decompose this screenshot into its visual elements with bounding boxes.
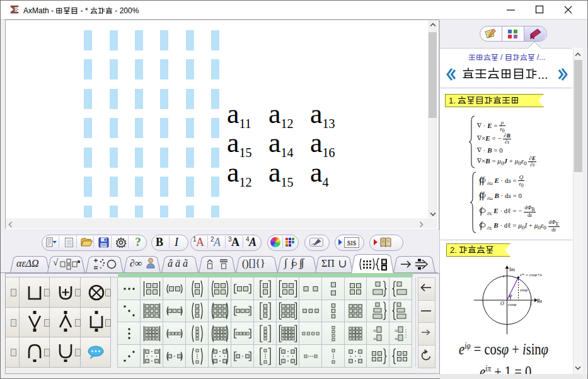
- svg-text:cosφ: cosφ: [508, 302, 516, 307]
- svg-text:Im: Im: [509, 267, 516, 272]
- svg-text:1: 1: [529, 301, 532, 306]
- svg-text:=: =: [395, 327, 398, 334]
- svg-text:i: i: [503, 274, 504, 279]
- svg-text:$I$: $I$: [347, 239, 357, 247]
- svg-text:O: O: [500, 301, 504, 306]
- svg-text:sinφ: sinφ: [520, 288, 527, 293]
- svg-text:=: =: [395, 335, 398, 342]
- svg-text:φ: φ: [509, 293, 512, 298]
- svg-text:=: =: [373, 327, 376, 334]
- svg-text:Re: Re: [537, 298, 542, 304]
- svg-text:eiφ = cosφ+isinφ: eiφ = cosφ+isinφ: [520, 272, 542, 277]
- svg-text:=: =: [373, 335, 376, 342]
